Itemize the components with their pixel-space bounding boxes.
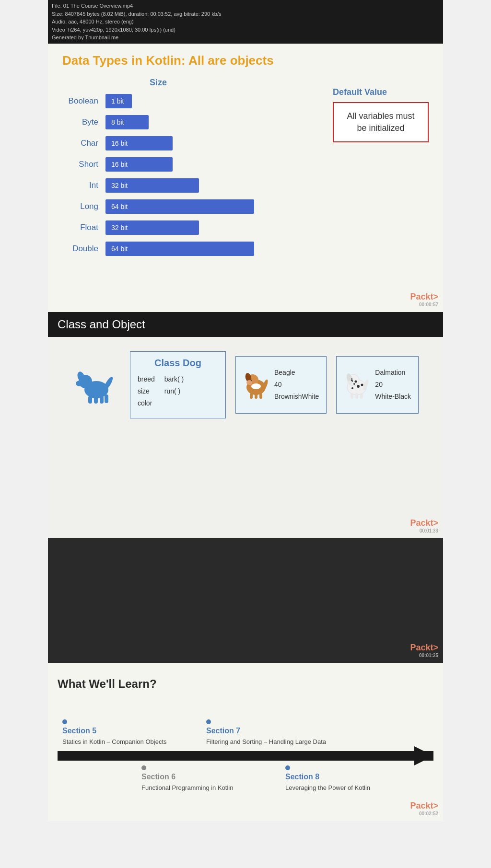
bar-container-byte: 8 bit (105, 115, 149, 129)
class-box-title: Class Dog (138, 358, 218, 369)
initialized-box: All variables must be initialized (333, 102, 429, 142)
svg-point-26 (353, 383, 355, 385)
svg-rect-8 (105, 394, 108, 403)
data-row-boolean: Boolean 1 bit (62, 93, 304, 110)
bar-boolean: 1 bit (105, 94, 132, 108)
svg-rect-7 (100, 396, 104, 404)
timeline-top-items: Section 5 Statics in Kotlin – Companion … (58, 719, 433, 746)
beagle-name: Beagle (274, 367, 319, 379)
section7-title: Section 7 (206, 727, 345, 735)
type-label-int: Int (62, 181, 105, 190)
section5-desc: Statics in Kotlin – Companion Objects (62, 738, 201, 746)
prop-size: size (138, 385, 155, 397)
slide4-title: What We'll Learn? (58, 677, 433, 691)
svg-rect-6 (94, 396, 98, 404)
section8-desc: Leveraging the Power of Kotlin (285, 784, 424, 792)
beagle-icon (243, 368, 269, 401)
dalmation-icon (344, 368, 370, 401)
data-types-container: Size Boolean 1 bit Byte 8 bit Char (62, 78, 429, 261)
timestamp-slide2: 00:01:39 (410, 528, 438, 533)
bar-char: 16 bit (105, 136, 173, 150)
svg-rect-15 (255, 393, 257, 399)
svg-point-29 (348, 381, 352, 384)
section8-title: Section 8 (285, 773, 424, 781)
col-header-size: Size (105, 78, 211, 88)
bar-container-double: 64 bit (105, 242, 254, 256)
default-value-section: Default Value All variables must be init… (333, 87, 429, 261)
type-label-byte: Byte (62, 117, 105, 127)
svg-point-23 (357, 385, 360, 388)
bar-long: 64 bit (105, 199, 254, 214)
class-methods: bark( ) run( ) (164, 373, 184, 410)
slide1-title-main: Data Types in Kotlin: (62, 53, 186, 68)
beagle-text: Beagle 40 BrownishWhite (274, 367, 319, 403)
bar-double: 64 bit (105, 242, 254, 256)
bar-container-char: 16 bit (105, 136, 173, 150)
packt-logo-slide3: Packt> 00:01:25 (410, 643, 438, 658)
timeline-item-section5: Section 5 Statics in Kotlin – Companion … (58, 719, 201, 746)
default-value-header: Default Value (333, 87, 429, 97)
type-label-char: Char (62, 139, 105, 148)
svg-rect-32 (360, 393, 363, 399)
beagle-val2: BrownishWhite (274, 391, 319, 403)
data-row-int: Int 32 bit (62, 177, 304, 194)
timestamp-slide3: 00:01:25 (410, 653, 438, 658)
dot-section8 (285, 765, 290, 770)
data-types-table: Size Boolean 1 bit Byte 8 bit Char (62, 78, 304, 261)
instance-beagle: Beagle 40 BrownishWhite (235, 356, 327, 414)
data-row-float: Float 32 bit (62, 219, 304, 236)
type-label-double: Double (62, 244, 105, 254)
timeline-arrow (58, 751, 433, 761)
instance-dalmation: Dalmation 20 White-Black (336, 356, 419, 414)
svg-rect-5 (88, 396, 92, 404)
type-label-short: Short (62, 160, 105, 169)
arrow-head (414, 746, 433, 765)
data-row-long: Long 64 bit (62, 198, 304, 215)
initialized-text: All variables must be initialized (347, 111, 414, 133)
dalmation-val2: White-Black (375, 391, 411, 403)
slide2-content: Class Dog breed size color bark( ) run( … (48, 337, 443, 538)
slide2-header: Class and Object (48, 312, 443, 337)
file-info-line1: File: 01 The Course Overview.mp4 (52, 2, 439, 10)
svg-point-13 (246, 380, 252, 385)
slide4-learn: What We'll Learn? Section 5 Statics in K… (48, 663, 443, 821)
timestamp-slide1: 00:00:57 (410, 302, 438, 307)
bar-float: 32 bit (105, 220, 199, 235)
prop-color: color (138, 397, 155, 409)
bar-container-short: 16 bit (105, 157, 173, 172)
slide3-dark: Packt> 00:01:25 (48, 538, 443, 663)
timestamp-slide4: 00:02:52 (410, 811, 438, 816)
arrow-line (58, 751, 433, 761)
class-object-container: Class Dog breed size color bark( ) run( … (58, 351, 433, 418)
svg-rect-31 (355, 393, 358, 399)
bar-container-int: 32 bit (105, 178, 199, 193)
packt-text-slide2: Packt> (410, 518, 438, 528)
prop-breed: breed (138, 373, 155, 385)
bar-byte: 8 bit (105, 115, 149, 129)
class-box-content: breed size color bark( ) run( ) (138, 373, 218, 410)
bar-container-float: 32 bit (105, 220, 199, 235)
class-props: breed size color (138, 373, 155, 410)
slide-data-types: Data Types in Kotlin: All are objects Si… (48, 44, 443, 312)
svg-point-24 (351, 387, 353, 389)
timeline-item-section7: Section 7 Filtering and Sorting – Handli… (201, 719, 345, 746)
data-row-byte: Byte 8 bit (62, 114, 304, 131)
file-info-line3: Audio: aac, 48000 Hz, stereo (eng) (52, 18, 439, 26)
dog-silhouette (72, 361, 120, 409)
section5-title: Section 5 (62, 727, 201, 735)
dalmation-name: Dalmation (375, 367, 411, 379)
slide2-title: Class and Object (58, 318, 433, 331)
timeline-item-section6: Section 6 Functional Programming in Kotl… (137, 765, 281, 792)
section7-desc: Filtering and Sorting – Handling Large D… (206, 738, 345, 746)
timeline-item-section8: Section 8 Leveraging the Power of Kotlin (281, 765, 424, 792)
method-run: run( ) (164, 385, 184, 397)
dot-section7 (206, 719, 211, 724)
file-info-line4: Video: h264, yuv420p, 1920x1080, 30.00 f… (52, 26, 439, 34)
svg-rect-14 (250, 393, 253, 399)
dot-section5 (62, 719, 67, 724)
slide1-title-highlight: All are objects (188, 53, 274, 68)
packt-logo-slide2: Packt> 00:01:39 (410, 518, 438, 533)
svg-point-18 (251, 383, 261, 389)
packt-logo-slide1: Packt> 00:00:57 (410, 292, 438, 307)
svg-point-22 (355, 381, 357, 383)
